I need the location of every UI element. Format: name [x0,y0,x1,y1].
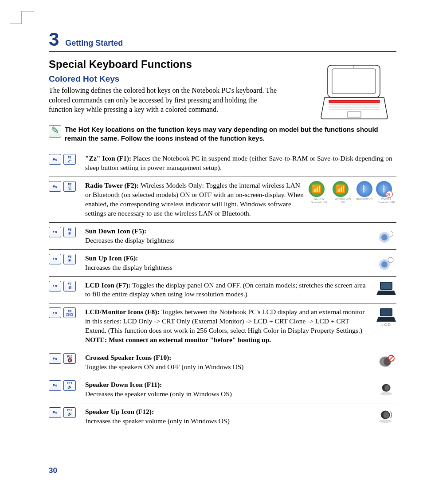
f8-key-icon: F8▢/▢ [63,307,76,318]
f7-key-icon: F7⎚ [63,281,76,291]
svg-point-23 [384,385,389,390]
note-icon: ✎ [49,125,61,138]
f12-key-icon: F12🔊 [63,407,76,418]
svg-rect-1 [332,69,376,94]
row-body: Decreases the display brightness [85,236,175,244]
note-text: The Hot Key locations on the function ke… [65,125,396,143]
row-body: Increases the display brightness [85,264,172,271]
svg-rect-3 [329,100,380,103]
svg-point-24 [380,392,392,395]
svg-rect-17 [381,309,392,315]
hotkey-row-f12: Fn F12🔊 Speaker Up Icon (F12):Increases … [49,403,396,430]
fn-key-icon: Fn [49,154,61,165]
speaker-up-icon [376,407,396,424]
hotkey-row-f2: Fn F2📡 📶WLAN & Bluetooth ON 📶Wireless LA… [49,177,396,223]
wifi-bt-off-icon: ᛒ⊘ [376,181,392,197]
svg-point-12 [381,261,388,268]
f11-key-icon: F11🔉 [63,380,76,391]
chapter-title: Getting Started [65,39,123,47]
row-title: Sun Up Icon (F6): [85,254,138,262]
fn-key-icon: Fn [49,307,61,318]
chapter-header: 3 Getting Started [49,29,396,52]
row-title: Radio Tower (F2): [85,181,141,189]
f1-key-icon: F1Z² [63,154,76,165]
row-title: Speaker Up Icon (F12): [85,408,154,415]
intro-paragraph: The following defines the colored hot ke… [49,86,279,114]
speaker-mute-icon [376,353,396,370]
row-title: "Zz" Icon (F1): [85,154,133,162]
fn-key-icon: Fn [49,181,61,192]
fn-key-icon: Fn [49,380,61,391]
hotkey-row-f6: Fn F6☀ Sun Up Icon (F6):Increases the di… [49,250,396,277]
fn-key-icon: Fn [49,254,61,264]
fn-key-icon: Fn [49,407,61,418]
row-title: Speaker Down Icon (F11): [85,381,162,388]
brightness-up-icon [376,254,396,272]
hotkey-row-f7: Fn F7⎚ LCD Icon (F7): Toggles the displa… [49,277,396,304]
row-title: LCD/Monitor Icons (F8): [85,308,161,315]
f2-key-icon: F2📡 [63,181,76,192]
chapter-number: 3 [49,29,59,50]
hotkey-row-f5: Fn F5☀ Sun Down Icon (F5):Decreases the … [49,223,396,250]
wifi-bt-on-icon: 📶 [309,181,325,197]
f6-key-icon: F6☀ [63,254,76,264]
svg-point-10 [381,234,388,240]
bt-on-icon: ᛒ [356,181,372,197]
fn-key-icon: Fn [49,353,61,364]
wifi-on-icon: 📶 [333,181,349,197]
hotkey-row-f1: Fn F1Z² "Zz" Icon (F1): Places the Noteb… [49,150,396,177]
wifi-status-icons: 📶WLAN & Bluetooth ON 📶Wireless LAN ON ᛒB… [309,181,396,204]
hotkey-list: Fn F1Z² "Zz" Icon (F1): Places the Noteb… [49,150,396,429]
svg-point-2 [353,67,354,67]
svg-point-26 [383,411,389,418]
svg-point-27 [379,419,392,423]
row-title: LCD Icon (F7): [85,281,132,289]
row-body: Decreases the speaker volume (only in Wi… [85,390,232,398]
note-box: ✎ The Hot Key locations on the function … [49,125,396,143]
hotkey-row-f11: Fn F11🔉 Speaker Down Icon (F11):Decrease… [49,376,396,403]
row-note: NOTE: Must connect an external monitor "… [85,336,271,343]
brightness-down-icon [376,227,396,244]
page-number: 30 [49,466,57,475]
svg-point-13 [388,257,393,263]
lcd-icon [376,281,396,296]
row-title: Crossed Speaker Icons (F10): [85,354,171,361]
hotkey-row-f8: Fn F8▢/▢ LCD/Monitor Icons (F8): Toggles… [49,303,396,349]
fn-key-icon: Fn [49,281,61,291]
fn-key-icon: Fn [49,227,61,237]
speaker-down-icon [376,380,396,397]
row-body: Toggles the speakers ON and OFF (only in… [85,363,244,370]
f10-key-icon: F10🔇 [63,353,76,364]
f5-key-icon: F5☀ [63,227,76,237]
row-title: Sun Down Icon (F5): [85,227,146,235]
svg-rect-15 [381,283,392,289]
laptop-illustration [317,63,392,121]
hotkey-row-f10: Fn F10🔇 Crossed Speaker Icons (F10):Togg… [49,349,396,376]
lcd-monitor-icon: LCD [376,307,396,327]
row-body: Increases the speaker volume (only in Wi… [85,417,230,425]
svg-rect-8 [348,112,361,117]
